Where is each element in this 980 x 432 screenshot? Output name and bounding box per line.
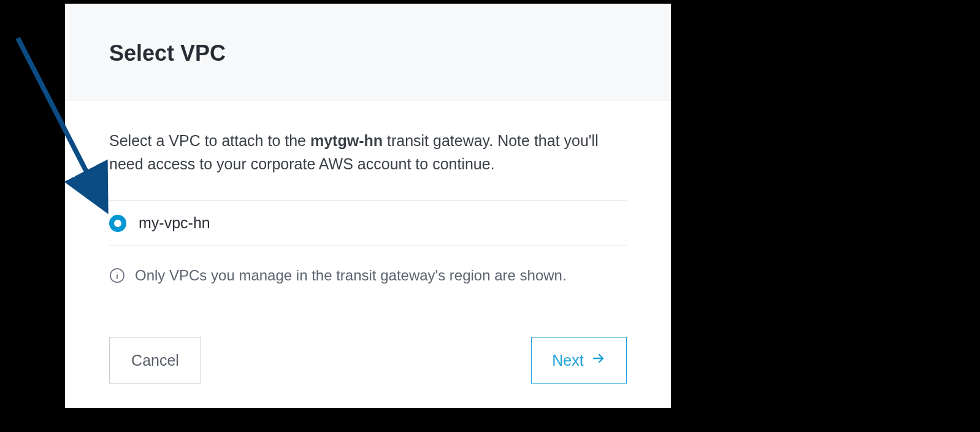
dialog-description: Select a VPC to attach to the mytgw-hn t… xyxy=(109,129,627,176)
vpc-option-label: my-vpc-hn xyxy=(139,214,210,232)
description-pre: Select a VPC to attach to the xyxy=(109,132,310,149)
cancel-button[interactable]: Cancel xyxy=(109,337,201,384)
vpc-option-row[interactable]: my-vpc-hn xyxy=(109,201,627,245)
cancel-button-label: Cancel xyxy=(131,352,179,369)
svg-point-2 xyxy=(117,272,117,272)
dialog-header: Select VPC xyxy=(65,4,671,101)
info-text: Only VPCs you manage in the transit gate… xyxy=(135,267,567,284)
dialog-footer: Cancel Next xyxy=(65,337,671,408)
next-button-label: Next xyxy=(552,352,583,369)
tgw-name: mytgw-hn xyxy=(310,132,383,149)
arrow-right-icon xyxy=(591,351,606,369)
dialog-title: Select VPC xyxy=(109,40,627,66)
next-button[interactable]: Next xyxy=(531,337,627,384)
vpc-option-list: my-vpc-hn xyxy=(109,200,627,246)
select-vpc-dialog: Select VPC Select a VPC to attach to the… xyxy=(65,4,671,408)
radio-selected-icon xyxy=(109,215,126,232)
info-row: Only VPCs you manage in the transit gate… xyxy=(109,267,627,284)
dialog-body: Select a VPC to attach to the mytgw-hn t… xyxy=(65,101,671,309)
info-icon xyxy=(109,268,125,284)
